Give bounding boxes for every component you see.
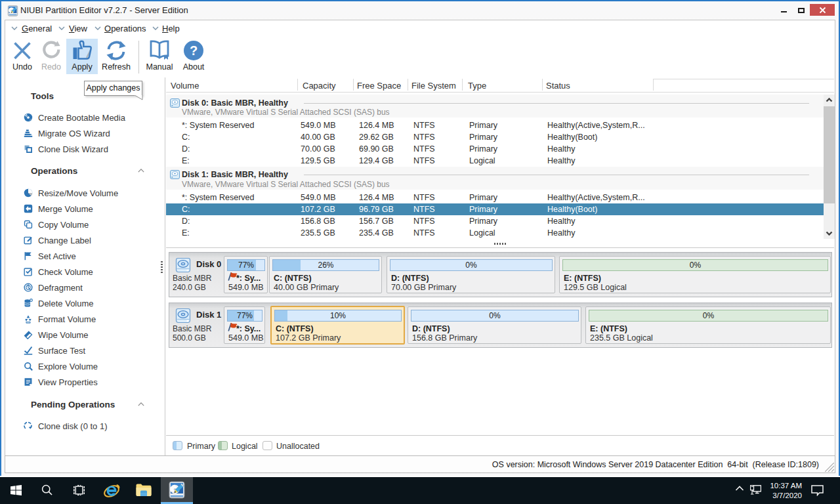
svg-text:?: ? <box>190 43 198 58</box>
